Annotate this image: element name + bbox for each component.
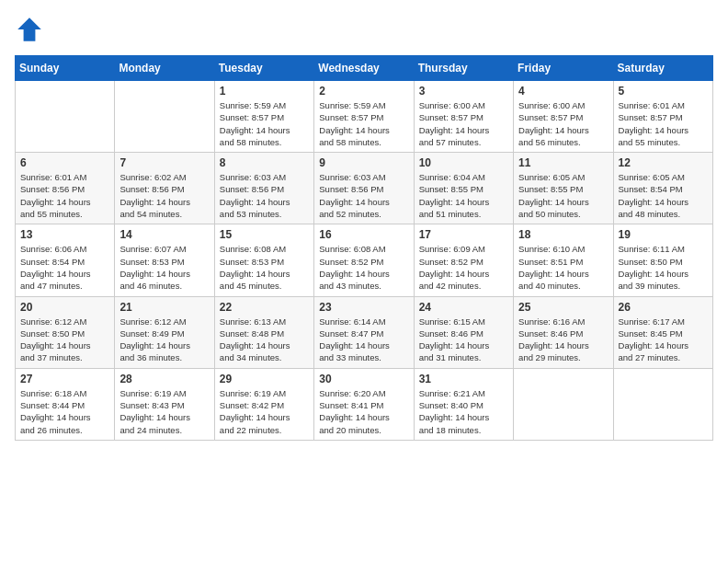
calendar-cell bbox=[16, 81, 115, 153]
day-number: 20 bbox=[20, 301, 109, 314]
day-info: Sunrise: 6:11 AM Sunset: 8:50 PM Dayligh… bbox=[619, 243, 708, 292]
day-number: 17 bbox=[419, 228, 508, 241]
day-of-week-header: Tuesday bbox=[214, 56, 313, 81]
calendar-body: 1Sunrise: 5:59 AM Sunset: 8:57 PM Daylig… bbox=[16, 81, 713, 441]
day-info: Sunrise: 6:19 AM Sunset: 8:43 PM Dayligh… bbox=[119, 387, 209, 436]
page-header bbox=[15, 15, 713, 44]
day-number: 13 bbox=[20, 228, 109, 241]
day-number: 2 bbox=[319, 85, 408, 98]
day-info: Sunrise: 6:16 AM Sunset: 8:46 PM Dayligh… bbox=[518, 316, 608, 364]
day-number: 25 bbox=[518, 301, 608, 314]
day-of-week-header: Saturday bbox=[613, 56, 712, 81]
calendar-cell: 28Sunrise: 6:19 AM Sunset: 8:43 PM Dayli… bbox=[115, 368, 214, 440]
svg-marker-0 bbox=[17, 17, 41, 41]
day-of-week-header: Wednesday bbox=[314, 56, 414, 81]
day-info: Sunrise: 5:59 AM Sunset: 8:57 PM Dayligh… bbox=[319, 99, 408, 148]
day-number: 14 bbox=[119, 228, 209, 241]
day-info: Sunrise: 6:06 AM Sunset: 8:54 PM Dayligh… bbox=[20, 243, 109, 292]
day-number: 16 bbox=[319, 228, 408, 241]
day-info: Sunrise: 6:21 AM Sunset: 8:40 PM Dayligh… bbox=[419, 387, 508, 436]
day-of-week-header: Friday bbox=[514, 56, 613, 81]
day-number: 8 bbox=[220, 156, 309, 169]
day-info: Sunrise: 6:00 AM Sunset: 8:57 PM Dayligh… bbox=[419, 99, 508, 148]
day-info: Sunrise: 6:01 AM Sunset: 8:57 PM Dayligh… bbox=[619, 99, 708, 148]
day-info: Sunrise: 6:03 AM Sunset: 8:56 PM Dayligh… bbox=[220, 171, 309, 220]
day-of-week-header: Sunday bbox=[16, 56, 115, 81]
calendar-cell: 2Sunrise: 5:59 AM Sunset: 8:57 PM Daylig… bbox=[314, 81, 414, 153]
day-info: Sunrise: 6:15 AM Sunset: 8:46 PM Dayligh… bbox=[419, 316, 508, 364]
day-number: 11 bbox=[518, 156, 608, 169]
day-info: Sunrise: 6:09 AM Sunset: 8:52 PM Dayligh… bbox=[419, 243, 508, 292]
day-number: 9 bbox=[319, 156, 408, 169]
days-of-week-row: SundayMondayTuesdayWednesdayThursdayFrid… bbox=[16, 56, 713, 81]
day-info: Sunrise: 6:14 AM Sunset: 8:47 PM Dayligh… bbox=[319, 316, 408, 364]
calendar-week-row: 13Sunrise: 6:06 AM Sunset: 8:54 PM Dayli… bbox=[16, 224, 713, 296]
day-info: Sunrise: 6:08 AM Sunset: 8:53 PM Dayligh… bbox=[220, 243, 309, 292]
calendar-cell: 5Sunrise: 6:01 AM Sunset: 8:57 PM Daylig… bbox=[613, 81, 712, 153]
day-info: Sunrise: 6:00 AM Sunset: 8:57 PM Dayligh… bbox=[518, 99, 608, 148]
calendar-cell: 23Sunrise: 6:14 AM Sunset: 8:47 PM Dayli… bbox=[314, 296, 414, 368]
calendar-cell: 8Sunrise: 6:03 AM Sunset: 8:56 PM Daylig… bbox=[214, 153, 313, 224]
day-info: Sunrise: 6:17 AM Sunset: 8:45 PM Dayligh… bbox=[619, 316, 708, 364]
calendar-cell bbox=[514, 368, 613, 440]
day-info: Sunrise: 6:07 AM Sunset: 8:53 PM Dayligh… bbox=[119, 243, 209, 292]
calendar-cell: 16Sunrise: 6:08 AM Sunset: 8:52 PM Dayli… bbox=[314, 224, 414, 296]
day-number: 5 bbox=[619, 85, 708, 98]
calendar-week-row: 6Sunrise: 6:01 AM Sunset: 8:56 PM Daylig… bbox=[16, 153, 713, 224]
calendar-cell: 19Sunrise: 6:11 AM Sunset: 8:50 PM Dayli… bbox=[613, 224, 712, 296]
day-info: Sunrise: 6:08 AM Sunset: 8:52 PM Dayligh… bbox=[319, 243, 408, 292]
calendar-cell: 9Sunrise: 6:03 AM Sunset: 8:56 PM Daylig… bbox=[314, 153, 414, 224]
calendar-cell: 1Sunrise: 5:59 AM Sunset: 8:57 PM Daylig… bbox=[214, 81, 313, 153]
day-number: 4 bbox=[518, 85, 608, 98]
day-info: Sunrise: 6:20 AM Sunset: 8:41 PM Dayligh… bbox=[319, 387, 408, 436]
calendar-cell: 14Sunrise: 6:07 AM Sunset: 8:53 PM Dayli… bbox=[115, 224, 214, 296]
day-number: 6 bbox=[20, 156, 109, 169]
day-number: 26 bbox=[619, 301, 708, 314]
calendar-week-row: 1Sunrise: 5:59 AM Sunset: 8:57 PM Daylig… bbox=[16, 81, 713, 153]
day-number: 7 bbox=[119, 156, 209, 169]
calendar-cell: 18Sunrise: 6:10 AM Sunset: 8:51 PM Dayli… bbox=[514, 224, 613, 296]
day-info: Sunrise: 6:12 AM Sunset: 8:50 PM Dayligh… bbox=[20, 316, 109, 364]
calendar-cell: 22Sunrise: 6:13 AM Sunset: 8:48 PM Dayli… bbox=[214, 296, 313, 368]
day-info: Sunrise: 6:05 AM Sunset: 8:54 PM Dayligh… bbox=[619, 171, 708, 220]
day-info: Sunrise: 6:18 AM Sunset: 8:44 PM Dayligh… bbox=[20, 387, 109, 436]
day-info: Sunrise: 6:01 AM Sunset: 8:56 PM Dayligh… bbox=[20, 171, 109, 220]
day-number: 29 bbox=[220, 373, 309, 385]
calendar-cell: 11Sunrise: 6:05 AM Sunset: 8:55 PM Dayli… bbox=[514, 153, 613, 224]
day-of-week-header: Monday bbox=[115, 56, 214, 81]
day-number: 22 bbox=[220, 301, 309, 314]
calendar-cell: 12Sunrise: 6:05 AM Sunset: 8:54 PM Dayli… bbox=[613, 153, 712, 224]
calendar-cell: 4Sunrise: 6:00 AM Sunset: 8:57 PM Daylig… bbox=[514, 81, 613, 153]
calendar-cell: 25Sunrise: 6:16 AM Sunset: 8:46 PM Dayli… bbox=[514, 296, 613, 368]
calendar-cell: 26Sunrise: 6:17 AM Sunset: 8:45 PM Dayli… bbox=[613, 296, 712, 368]
calendar-cell: 6Sunrise: 6:01 AM Sunset: 8:56 PM Daylig… bbox=[16, 153, 115, 224]
calendar-cell: 20Sunrise: 6:12 AM Sunset: 8:50 PM Dayli… bbox=[16, 296, 115, 368]
logo bbox=[15, 15, 48, 44]
day-number: 31 bbox=[419, 373, 508, 385]
logo-icon bbox=[15, 15, 44, 44]
calendar-cell: 15Sunrise: 6:08 AM Sunset: 8:53 PM Dayli… bbox=[214, 224, 313, 296]
day-info: Sunrise: 6:03 AM Sunset: 8:56 PM Dayligh… bbox=[319, 171, 408, 220]
day-info: Sunrise: 6:13 AM Sunset: 8:48 PM Dayligh… bbox=[220, 316, 309, 364]
day-info: Sunrise: 6:12 AM Sunset: 8:49 PM Dayligh… bbox=[119, 316, 209, 364]
calendar-cell: 24Sunrise: 6:15 AM Sunset: 8:46 PM Dayli… bbox=[414, 296, 513, 368]
calendar-header: SundayMondayTuesdayWednesdayThursdayFrid… bbox=[16, 56, 713, 81]
calendar-cell: 31Sunrise: 6:21 AM Sunset: 8:40 PM Dayli… bbox=[414, 368, 513, 440]
day-number: 21 bbox=[119, 301, 209, 314]
calendar-cell bbox=[613, 368, 712, 440]
day-number: 18 bbox=[518, 228, 608, 241]
day-number: 10 bbox=[419, 156, 508, 169]
day-number: 24 bbox=[419, 301, 508, 314]
day-number: 30 bbox=[319, 373, 408, 385]
day-number: 27 bbox=[20, 373, 109, 385]
day-number: 15 bbox=[220, 228, 309, 241]
calendar-cell: 29Sunrise: 6:19 AM Sunset: 8:42 PM Dayli… bbox=[214, 368, 313, 440]
day-info: Sunrise: 5:59 AM Sunset: 8:57 PM Dayligh… bbox=[220, 99, 309, 148]
calendar-cell bbox=[115, 81, 214, 153]
calendar-cell: 21Sunrise: 6:12 AM Sunset: 8:49 PM Dayli… bbox=[115, 296, 214, 368]
calendar-cell: 27Sunrise: 6:18 AM Sunset: 8:44 PM Dayli… bbox=[16, 368, 115, 440]
calendar-table: SundayMondayTuesdayWednesdayThursdayFrid… bbox=[15, 55, 713, 441]
day-number: 3 bbox=[419, 85, 508, 98]
day-of-week-header: Thursday bbox=[414, 56, 513, 81]
calendar-cell: 30Sunrise: 6:20 AM Sunset: 8:41 PM Dayli… bbox=[314, 368, 414, 440]
